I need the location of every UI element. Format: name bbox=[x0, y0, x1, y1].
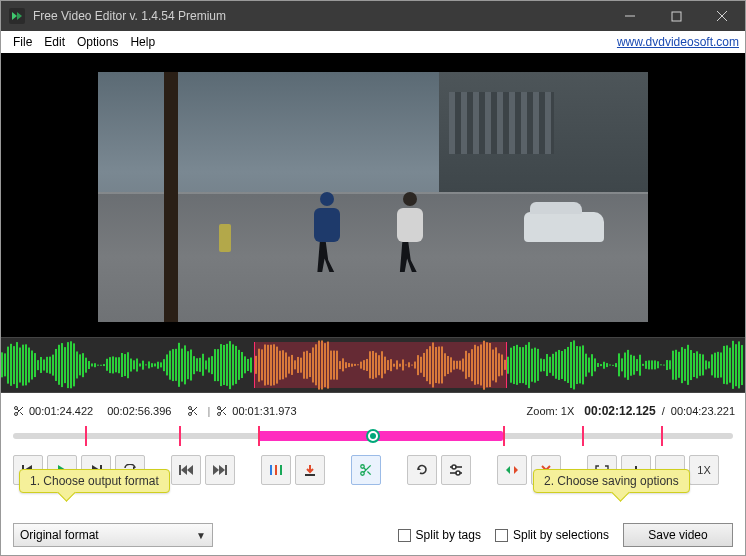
scissors-icon bbox=[13, 405, 25, 417]
bottom-row: Original format ▼ Split by tags Split by… bbox=[1, 523, 745, 547]
checkbox-icon bbox=[398, 529, 411, 542]
window-title: Free Video Editor v. 1.4.54 Premium bbox=[33, 9, 607, 23]
svg-line-9 bbox=[17, 409, 19, 411]
tip-output-format: 1. Choose output format bbox=[19, 469, 170, 493]
timeline-selection[interactable] bbox=[258, 431, 503, 441]
zoom-reset-button[interactable]: 1X bbox=[689, 455, 719, 485]
video-frame bbox=[98, 72, 648, 322]
svg-point-35 bbox=[452, 465, 456, 469]
svg-point-28 bbox=[361, 465, 365, 469]
rotate-button[interactable] bbox=[407, 455, 437, 485]
titlebar: Free Video Editor v. 1.4.54 Premium bbox=[1, 1, 745, 31]
svg-rect-2 bbox=[672, 12, 681, 21]
svg-rect-23 bbox=[225, 465, 227, 475]
selection-start-time: 00:01:24.422 bbox=[29, 405, 93, 417]
cut-button[interactable] bbox=[351, 455, 381, 485]
svg-line-13 bbox=[195, 412, 198, 415]
scissors-icon bbox=[187, 405, 199, 417]
svg-point-6 bbox=[15, 413, 18, 416]
menu-edit[interactable]: Edit bbox=[38, 35, 71, 49]
selection-end-time: 00:02:56.396 bbox=[107, 405, 171, 417]
timecode-row: 00:01:24.422 00:02:56.396 | 00:01:31.973… bbox=[1, 399, 745, 423]
chevron-down-icon: ▼ bbox=[196, 530, 206, 541]
svg-line-14 bbox=[192, 409, 194, 411]
zoom-label: Zoom: 1X bbox=[527, 405, 575, 417]
tip-saving-options: 2. Choose saving options bbox=[533, 469, 690, 493]
svg-rect-24 bbox=[270, 465, 272, 475]
menu-file[interactable]: File bbox=[7, 35, 38, 49]
minimize-button[interactable] bbox=[607, 1, 653, 31]
current-time: 00:02:12.125 bbox=[584, 404, 655, 418]
app-logo-icon bbox=[9, 8, 25, 24]
markers-button[interactable] bbox=[261, 455, 291, 485]
svg-line-8 bbox=[20, 412, 23, 415]
svg-point-5 bbox=[15, 407, 18, 410]
svg-point-11 bbox=[189, 413, 192, 416]
svg-line-31 bbox=[367, 471, 370, 474]
svg-point-29 bbox=[361, 472, 365, 476]
close-button[interactable] bbox=[699, 1, 745, 31]
waveform-selection[interactable] bbox=[254, 342, 507, 388]
playhead[interactable] bbox=[366, 429, 380, 443]
save-video-button[interactable]: Save video bbox=[623, 523, 733, 547]
menu-options[interactable]: Options bbox=[71, 35, 124, 49]
split-by-selections-checkbox[interactable]: Split by selections bbox=[495, 528, 609, 542]
checkbox-icon bbox=[495, 529, 508, 542]
menu-help[interactable]: Help bbox=[124, 35, 161, 49]
video-preview[interactable] bbox=[1, 53, 745, 337]
scissors-icon bbox=[216, 405, 228, 417]
svg-point-16 bbox=[218, 413, 221, 416]
selection-duration: 00:01:31.973 bbox=[232, 405, 296, 417]
invert-selection-button[interactable] bbox=[497, 455, 527, 485]
svg-line-32 bbox=[364, 468, 366, 470]
split-by-tags-checkbox[interactable]: Split by tags bbox=[398, 528, 481, 542]
goto-end-button[interactable] bbox=[205, 455, 235, 485]
waveform[interactable] bbox=[1, 337, 745, 393]
timeline-ruler[interactable] bbox=[13, 425, 733, 447]
svg-rect-26 bbox=[280, 465, 282, 475]
svg-rect-25 bbox=[275, 465, 277, 475]
goto-start-button[interactable] bbox=[171, 455, 201, 485]
output-format-value: Original format bbox=[20, 528, 99, 542]
set-marker-button[interactable] bbox=[295, 455, 325, 485]
website-link[interactable]: www.dvdvideosoft.com bbox=[617, 35, 739, 49]
svg-point-36 bbox=[456, 471, 460, 475]
output-format-select[interactable]: Original format ▼ bbox=[13, 523, 213, 547]
svg-line-18 bbox=[224, 412, 227, 415]
total-time: 00:04:23.221 bbox=[671, 405, 735, 417]
settings-button[interactable] bbox=[441, 455, 471, 485]
svg-rect-22 bbox=[179, 465, 181, 475]
menubar: File Edit Options Help www.dvdvideosoft.… bbox=[1, 31, 745, 53]
maximize-button[interactable] bbox=[653, 1, 699, 31]
svg-line-19 bbox=[220, 409, 222, 411]
svg-point-15 bbox=[218, 407, 221, 410]
svg-point-10 bbox=[189, 407, 192, 410]
